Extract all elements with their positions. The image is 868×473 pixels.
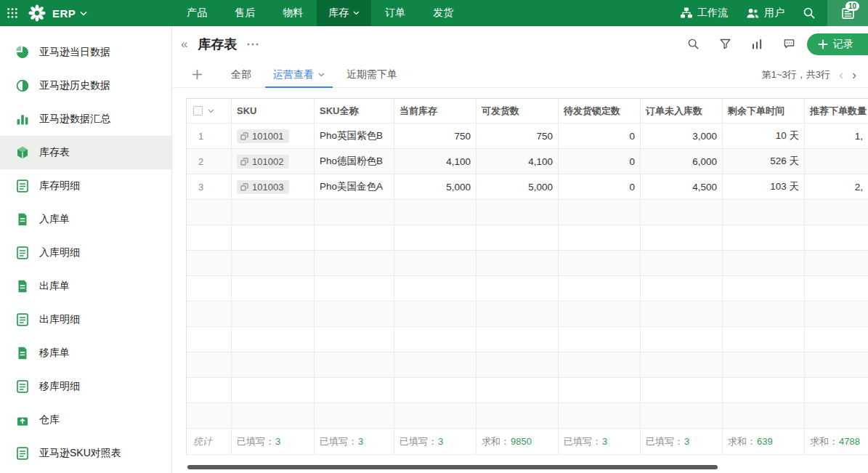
add-record-button[interactable]: 记录 [807, 33, 868, 55]
search-icon[interactable] [803, 7, 816, 20]
sku-tag[interactable]: 101003 [237, 180, 289, 194]
sku-tag[interactable]: 101001 [237, 129, 289, 143]
sidebar-item[interactable]: 亚马逊历史数据 [0, 69, 171, 102]
contrast-icon [15, 78, 30, 93]
filter-icon[interactable] [719, 38, 731, 50]
value-cell[interactable]: 103 天 [723, 174, 805, 200]
topbar-right: 工作流 用户 10 [680, 0, 868, 26]
value-cell[interactable]: 4,500 [641, 174, 723, 200]
value-cell[interactable]: 0 [559, 174, 641, 200]
select-all-checkbox[interactable] [193, 106, 203, 116]
column-header[interactable]: 推荐下单数量 [805, 99, 868, 124]
chevron-down-icon[interactable] [80, 11, 87, 16]
column-header[interactable]: 当前库存 [394, 99, 476, 124]
next-page-icon[interactable]: › [852, 68, 856, 81]
select-column-header [187, 99, 232, 124]
sidebar-item[interactable]: 移库明细 [0, 370, 171, 403]
empty-cell [805, 200, 868, 225]
empty-cell [723, 200, 805, 225]
app-launcher-icon[interactable] [7, 7, 18, 19]
sidebar-item[interactable]: 亚马逊数据汇总 [0, 102, 171, 136]
app-title[interactable]: ERP [52, 7, 76, 20]
chevron-down-icon[interactable] [318, 73, 325, 77]
sidebar-item[interactable]: 移库单 [0, 336, 171, 370]
column-header[interactable]: SKU全称 [315, 99, 394, 124]
stat-value: 3 [275, 436, 280, 447]
value-cell[interactable]: 0 [559, 124, 641, 149]
sidebar-item[interactable]: 入库明细 [0, 236, 171, 270]
value-cell[interactable] [805, 149, 868, 174]
column-header[interactable]: 订单未入库数 [641, 99, 723, 124]
sidebar-item[interactable]: 亚马逊SKU对照表 [0, 437, 171, 470]
value-cell[interactable]: 4,100 [476, 149, 559, 174]
view-tab[interactable]: 运营查看 [262, 62, 336, 87]
sku-cell[interactable]: 101003 [232, 174, 315, 200]
sku-cell[interactable]: 101002 [232, 149, 315, 174]
sidebar-item[interactable]: 库存表 [0, 136, 171, 169]
sidebar-item[interactable]: 亚马逊当日数据 [0, 36, 171, 69]
chart-icon[interactable] [751, 38, 763, 50]
value-cell[interactable]: 526 天 [723, 149, 805, 174]
more-icon[interactable] [247, 43, 259, 46]
sku-fullname-cell[interactable]: Pho美国金色A [315, 174, 394, 200]
empty-cell [232, 403, 315, 429]
top-nav-item[interactable]: 订单 [371, 0, 419, 26]
top-nav-item[interactable]: 发货 [419, 0, 467, 26]
empty-cell [805, 276, 868, 302]
file-icon [15, 346, 30, 360]
sidebar-item[interactable]: 仓库 [0, 403, 171, 437]
sku-fullname-cell[interactable]: Pho英国紫色B [315, 124, 394, 149]
top-nav-item[interactable]: 产品 [173, 0, 221, 26]
value-cell[interactable]: 0 [559, 149, 641, 174]
column-header[interactable]: 可发货数 [476, 99, 559, 124]
sidebar-item-label: 库存表 [39, 146, 70, 159]
value-cell[interactable]: 1, [805, 124, 868, 149]
workflow-button[interactable]: 工作流 [680, 7, 728, 20]
column-header[interactable]: SKU [232, 99, 315, 124]
add-view-icon[interactable] [182, 62, 211, 87]
sku-tag[interactable]: 101002 [237, 155, 289, 169]
sidebar-item[interactable]: 库存明细 [0, 169, 171, 203]
value-cell[interactable]: 10 天 [723, 124, 805, 149]
empty-cell [723, 327, 805, 352]
column-header[interactable]: 剩余下单时间 [723, 99, 805, 124]
collapse-sidebar-icon[interactable]: « [178, 37, 190, 52]
prev-page-icon[interactable]: ‹ [839, 68, 843, 81]
empty-row [187, 276, 868, 302]
value-cell[interactable]: 750 [394, 124, 476, 149]
top-nav-item[interactable]: 物料 [269, 0, 317, 26]
value-cell[interactable]: 2, [805, 174, 868, 200]
notifications-button[interactable]: 10 [827, 0, 868, 26]
empty-cell [476, 378, 559, 403]
table-row[interactable]: 2101002Pho德国粉色B4,1004,10006,000526 天 [187, 149, 868, 174]
value-cell[interactable]: 750 [476, 124, 559, 149]
column-header[interactable]: 待发货锁定数 [559, 99, 641, 124]
pie-chart-icon [15, 45, 30, 60]
value-cell[interactable]: 4,100 [394, 149, 476, 174]
value-cell[interactable]: 3,000 [641, 124, 723, 149]
users-button[interactable]: 用户 [746, 7, 784, 20]
empty-cell [187, 225, 232, 251]
chevron-down-icon[interactable] [208, 109, 214, 113]
empty-cell [723, 225, 805, 251]
table-row[interactable]: 1101001Pho英国紫色B75075003,00010 天1, [187, 124, 868, 149]
value-cell[interactable]: 5,000 [394, 174, 476, 200]
view-tab[interactable]: 近期需下单 [336, 62, 408, 87]
top-nav-item[interactable]: 库存 [317, 0, 371, 26]
value-cell[interactable]: 6,000 [641, 149, 723, 174]
sidebar-item-label: 出库明细 [39, 313, 80, 326]
view-tab[interactable]: 全部 [220, 62, 262, 87]
table-search-icon[interactable] [687, 38, 699, 50]
sku-cell[interactable]: 101001 [232, 124, 315, 149]
comment-icon[interactable] [783, 38, 795, 50]
sku-fullname-cell[interactable]: Pho德国粉色B [315, 149, 394, 174]
sidebar-item[interactable]: 出库明细 [0, 303, 171, 336]
top-nav-label: 库存 [328, 7, 349, 20]
sidebar-item[interactable]: 出库单 [0, 270, 171, 303]
empty-cell [187, 251, 232, 276]
value-cell[interactable]: 5,000 [476, 174, 559, 200]
horizontal-scrollbar[interactable] [187, 465, 718, 469]
table-row[interactable]: 3101003Pho美国金色A5,0005,00004,500103 天2, [187, 174, 868, 200]
top-nav-item[interactable]: 售后 [221, 0, 269, 26]
sidebar-item[interactable]: 入库单 [0, 203, 171, 236]
